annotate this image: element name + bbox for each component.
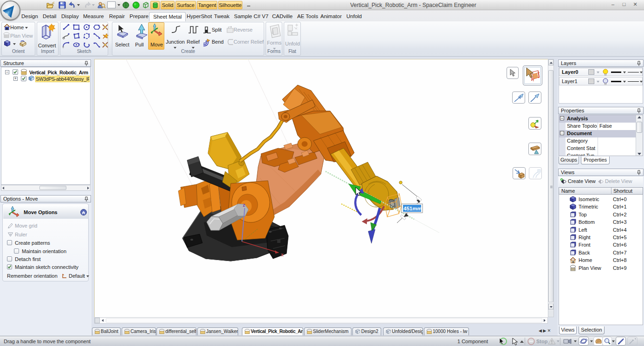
svg-text:x: x [281,252,284,257]
svg-text:451mm: 451mm [403,206,422,211]
svg-text:z: z [243,202,245,208]
